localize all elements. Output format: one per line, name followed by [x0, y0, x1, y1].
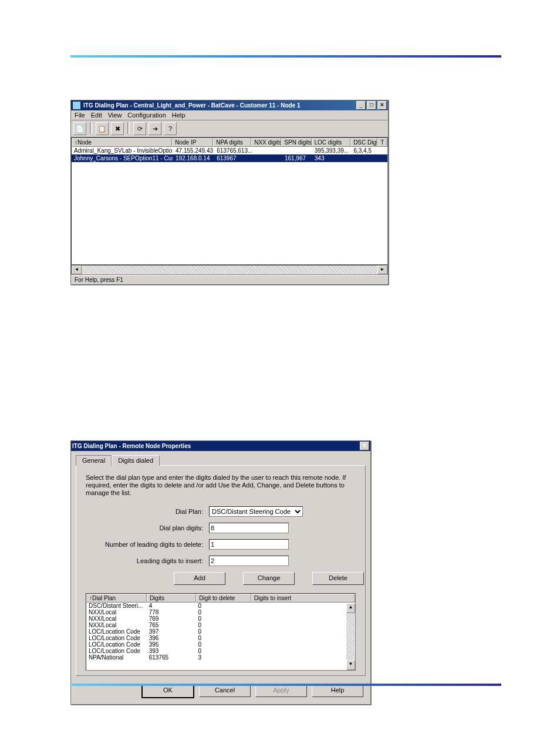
- leading-insert-label: Leading digits to insert:: [86, 557, 209, 564]
- maximize-button[interactable]: □: [367, 101, 376, 110]
- num-delete-input[interactable]: [209, 539, 289, 550]
- list-item[interactable]: NXX/Local 778 0: [86, 609, 355, 615]
- num-delete-label: Number of leading digits to delete:: [86, 541, 209, 548]
- scroll-track[interactable]: [82, 265, 377, 274]
- dial-plan-digits-input[interactable]: [209, 523, 289, 533]
- help-icon[interactable]: ?: [164, 122, 177, 135]
- scroll-down-icon[interactable]: ▼: [346, 660, 355, 670]
- col-digits[interactable]: Digits: [147, 594, 196, 603]
- add-button[interactable]: Add: [174, 572, 225, 585]
- list-item[interactable]: LOC/Location Code 397 0: [86, 628, 355, 635]
- leading-insert-input[interactable]: [209, 556, 289, 566]
- remote-node-properties-dialog: ITG Dialing Plan - Remote Node Propertie…: [70, 440, 371, 705]
- horizontal-scrollbar[interactable]: ◄ ►: [71, 265, 388, 275]
- menu-configuration[interactable]: Configuration: [127, 112, 166, 119]
- refresh-icon[interactable]: ⟳: [133, 122, 146, 135]
- scroll-right-icon[interactable]: ►: [377, 265, 387, 274]
- title-bar: ITG Dialing Plan - Central_Light_and_Pow…: [71, 100, 388, 110]
- dial-plan-digits-label: Dial plan digits:: [86, 524, 209, 531]
- grid-header: ↑Node Node IP NPA digits NXX digits SPN …: [72, 138, 387, 147]
- scroll-left-icon[interactable]: ◄: [72, 265, 82, 274]
- window-title: ITG Dialing Plan - Central_Light_and_Pow…: [83, 102, 356, 109]
- ok-button[interactable]: OK: [141, 684, 194, 698]
- scroll-track[interactable]: [346, 613, 355, 660]
- col-node[interactable]: ↑Node: [72, 138, 172, 147]
- close-button[interactable]: ×: [377, 101, 387, 110]
- table-row[interactable]: Johnny_Carsons - SEPOption11 - Customer …: [72, 154, 387, 162]
- col-spn[interactable]: SPN digits: [281, 138, 311, 147]
- nav-icon[interactable]: ➔: [149, 122, 161, 135]
- cancel-button[interactable]: Cancel: [199, 684, 251, 697]
- col-loc[interactable]: LOC digits: [312, 138, 351, 147]
- list-item[interactable]: LOC/Location Code 395 0: [86, 641, 355, 648]
- menu-edit[interactable]: Edit: [91, 112, 102, 119]
- dial-plan-list[interactable]: ↑Dial Plan Digits Digit to delete Digits…: [86, 593, 356, 671]
- col-insert[interactable]: Digits to insert: [251, 594, 355, 603]
- status-bar: For Help, press F1: [71, 275, 388, 284]
- col-ip[interactable]: Node IP: [172, 138, 213, 147]
- list-item[interactable]: LOC/Location Code 393 0: [86, 648, 355, 654]
- col-dial-plan[interactable]: ↑Dial Plan: [86, 594, 147, 603]
- dial-plan-select[interactable]: DSC/Distant Steering Code: [209, 506, 303, 517]
- menu-file[interactable]: File: [75, 112, 85, 119]
- minimize-button[interactable]: _: [356, 101, 366, 110]
- col-nxx[interactable]: NXX digits: [251, 138, 281, 147]
- list-item[interactable]: NXX/Local 769 0: [86, 615, 355, 622]
- list-item[interactable]: NPA/National 613765 3: [86, 654, 355, 661]
- col-t[interactable]: T: [377, 138, 387, 147]
- app-icon: [72, 101, 81, 110]
- dialog-title: ITG Dialing Plan - Remote Node Propertie…: [72, 443, 360, 449]
- col-delete[interactable]: Digit to delete: [196, 594, 251, 603]
- apply-button[interactable]: Apply: [255, 684, 307, 697]
- tab-digits-dialed[interactable]: Digits dialed: [112, 455, 160, 466]
- title-bar: ITG Dialing Plan - Remote Node Propertie…: [71, 441, 370, 451]
- copy-icon[interactable]: 📋: [96, 122, 109, 135]
- toolbar: 📄 📋 ✖ ⟳ ➔ ?: [71, 120, 388, 137]
- menu-bar: File Edit View Configuration Help: [71, 110, 388, 120]
- node-grid[interactable]: ↑Node Node IP NPA digits NXX digits SPN …: [71, 137, 388, 265]
- list-item[interactable]: LOC/Location Code 396 0: [86, 635, 355, 641]
- new-icon[interactable]: 📄: [73, 122, 86, 135]
- table-row[interactable]: Admiral_Kang_SVLab - InvisibleOption11 -…: [72, 147, 387, 154]
- scroll-up-icon[interactable]: ▲: [346, 603, 355, 613]
- instructions-text: Select the dial plan type and enter the …: [86, 474, 356, 497]
- menu-help[interactable]: Help: [172, 112, 185, 119]
- list-item[interactable]: NXX/Local 765 0: [86, 622, 355, 628]
- vertical-scrollbar[interactable]: ▲ ▼: [346, 603, 355, 670]
- list-item[interactable]: DSC/Distant Steeri... 4 0: [86, 603, 355, 609]
- menu-view[interactable]: View: [108, 112, 122, 119]
- delete-icon[interactable]: ✖: [111, 122, 124, 135]
- tab-strip: General Digits dialed: [71, 451, 370, 465]
- action-button-row: Add Change Delete: [174, 572, 356, 585]
- page-top-rule: [70, 55, 501, 58]
- help-button[interactable]: Help: [312, 684, 363, 697]
- list-header: ↑Dial Plan Digits Digit to delete Digits…: [86, 594, 355, 603]
- toolbar-separator: [90, 122, 92, 134]
- page-bottom-rule: [70, 684, 501, 686]
- toolbar-separator: [127, 122, 130, 134]
- tab-panel: Select the dial plan type and enter the …: [76, 465, 366, 676]
- col-dsc[interactable]: DSC Digits: [350, 138, 377, 147]
- change-button[interactable]: Change: [243, 572, 295, 585]
- delete-button[interactable]: Delete: [312, 572, 364, 585]
- col-npa[interactable]: NPA digits: [213, 138, 251, 147]
- dial-plan-label: Dial Plan:: [86, 508, 209, 515]
- tab-general[interactable]: General: [76, 455, 112, 466]
- close-button[interactable]: ×: [360, 442, 369, 450]
- itg-dialing-plan-window: ITG Dialing Plan - Central_Light_and_Pow…: [70, 100, 389, 285]
